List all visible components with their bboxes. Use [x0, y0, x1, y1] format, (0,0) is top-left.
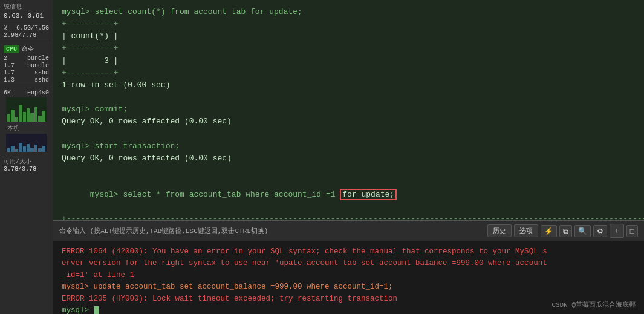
term-dashed: +---------------------------------------… — [62, 213, 636, 220]
load-value: 0.63, 0.61 — [4, 12, 49, 19]
term-prompt: mysql> select * from account_tab where a… — [90, 190, 340, 199]
proc-cpu-2: 1.7 — [4, 62, 15, 69]
plus-icon[interactable]: ＋ — [610, 224, 624, 238]
net-label: 6K — [4, 90, 11, 96]
terminal-top: mysql> select count(*) from account_tab … — [53, 0, 644, 220]
mem-value: 6.5G/7.5G — [16, 25, 49, 31]
avail-label: 可用/大小 — [4, 157, 49, 166]
term-line-9: Query OK, 0 rows affected (0.00 sec) — [62, 116, 636, 128]
terminal-bottom: ERROR 1064 (42000): You have an error in… — [53, 241, 644, 314]
term-line-blank1 — [62, 91, 636, 103]
error-line-6: mysql> — [62, 305, 636, 314]
proc-name-3: sshd — [34, 70, 49, 76]
highlighted-for-update: for update; — [340, 189, 397, 200]
proc-cpu-1: 2 — [4, 55, 7, 62]
term-line-8: mysql> commit; — [62, 103, 636, 116]
process-row-3: 1.7 sshd — [4, 70, 49, 76]
term-line-12: mysql> select * from account_tab where a… — [62, 177, 636, 213]
error-line-4: mysql> update account_tab set account_ba… — [62, 281, 636, 293]
term-line-blank2 — [62, 128, 636, 140]
proc-cpu-4: 1.3 — [4, 77, 15, 83]
sidebar: 统信息 0.63, 0.61 % 6.5G/7.5G 2.9G/7.7G CPU… — [0, 0, 53, 314]
error-line-3: _id=1' at line 1 — [62, 270, 636, 281]
proc-cpu-3: 1.7 — [4, 70, 15, 76]
term-line-blank3 — [62, 165, 636, 177]
term-line-1: mysql> select count(*) from account_tab … — [62, 6, 636, 18]
error-line-1: ERROR 1064 (42000): You have an error in… — [62, 246, 636, 258]
proc-name-1: bundle — [27, 55, 49, 62]
options-button[interactable]: 选项 — [514, 224, 538, 237]
history-button[interactable]: 历史 — [487, 224, 512, 237]
sidebar-avail: 可用/大小 3.7G/3.7G — [0, 155, 53, 174]
watermark: CSDN @草莓西瓜混合海底椰 — [551, 300, 636, 310]
sidebar-network: 6K enp4s0 本机 — [0, 87, 53, 155]
command-hint: 命令输入 (按ALT键提示历史,TAB键路径,ESC键返回,双击CTRL切换) — [59, 226, 268, 235]
cmd-label: 命令 — [22, 45, 34, 53]
process-row-4: 1.3 sshd — [4, 77, 49, 83]
lightning-icon[interactable]: ⚡ — [541, 225, 557, 237]
sidebar-cpu: CPU 命令 2 bundle 1.7 bundle 1.7 sshd 1.3 … — [0, 42, 53, 87]
local-label: 本机 — [4, 123, 49, 132]
term-line-6: +----------+ — [62, 67, 636, 79]
term-line-3: | count(*) | — [62, 30, 636, 42]
process-row-2: 1.7 bundle — [4, 62, 49, 69]
error-line-5: ERROR 1205 (HY000): Lock wait timeout ex… — [62, 293, 636, 305]
avail-value: 3.7G/3.7G — [4, 166, 49, 172]
net-iface: enp4s0 — [27, 90, 49, 96]
command-bar: 命令输入 (按ALT键提示历史,TAB键路径,ESC键返回,双击CTRL切换) … — [53, 220, 644, 241]
window-icon[interactable]: □ — [626, 225, 638, 237]
term-line-11: Query OK, 0 rows affected (0.00 sec) — [62, 152, 636, 165]
command-buttons: 历史 选项 ⚡ ⧉ 🔍 ⚙ ＋ □ — [487, 224, 638, 238]
cpu-label: CPU — [4, 45, 19, 53]
term-line-2: +----------+ — [62, 18, 636, 30]
term-line-7: 1 row in set (0.00 sec) — [62, 79, 636, 91]
mem-label: % — [4, 25, 7, 31]
network-chart — [6, 97, 47, 122]
term-line-4: +----------+ — [62, 42, 636, 54]
settings-icon[interactable]: ⚙ — [593, 225, 607, 237]
stats-label: 统信息 — [4, 2, 49, 11]
error-line-2: erver version for the right syntax to us… — [62, 258, 636, 269]
copy-icon[interactable]: ⧉ — [559, 225, 572, 237]
proc-name-2: bundle — [27, 62, 49, 69]
proc-name-4: sshd — [34, 77, 49, 83]
sidebar-mem: % 6.5G/7.5G 2.9G/7.7G — [0, 22, 53, 42]
term-line-10: mysql> start transaction; — [62, 140, 636, 152]
search-icon[interactable]: 🔍 — [574, 225, 591, 237]
term-line-5: | 3 | — [62, 55, 636, 67]
process-row-1: 2 bundle — [4, 55, 49, 62]
sidebar-stats: 统信息 0.63, 0.61 — [0, 0, 53, 22]
main-area: mysql> select count(*) from account_tab … — [53, 0, 644, 314]
swap-value: 2.9G/7.7G — [4, 32, 36, 39]
disk-chart — [6, 134, 47, 152]
